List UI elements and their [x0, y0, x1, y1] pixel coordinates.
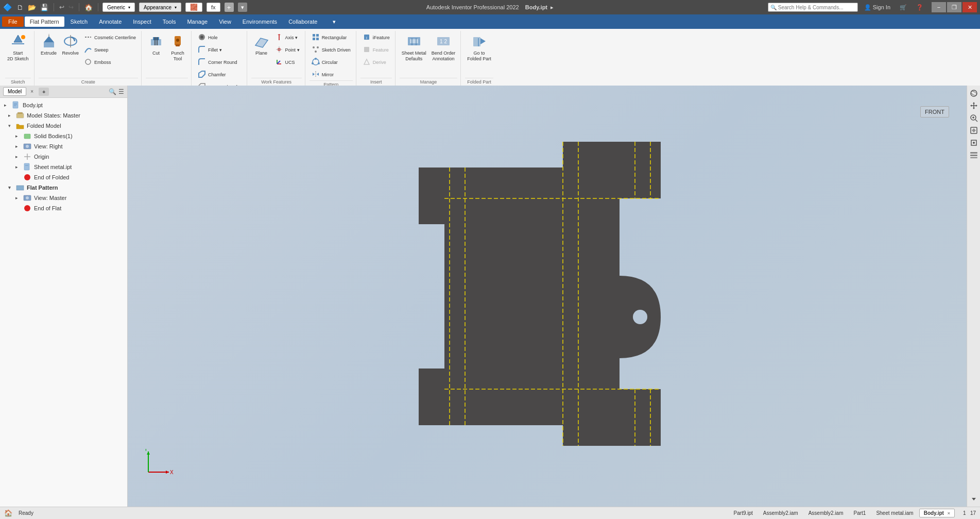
- tree-item-model-states[interactable]: ▸ Model States: Master: [0, 110, 127, 121]
- tab-assembly2-1[interactable]: Assembly2.iam: [759, 509, 803, 517]
- home-icon[interactable]: 🏠: [4, 509, 12, 517]
- user-icon: 👤: [864, 4, 871, 11]
- tab-part1[interactable]: Part1: [849, 509, 870, 517]
- tree-item-view-master[interactable]: ▸ View: Master: [0, 193, 127, 203]
- sign-in-button[interactable]: 👤 Sign In: [861, 3, 893, 12]
- tab-body-ipt[interactable]: Body.ipt ×: [919, 509, 955, 517]
- view-master-icon: [23, 194, 32, 202]
- hole-button[interactable]: Hole: [196, 32, 244, 43]
- svg-rect-112: [970, 157, 977, 158]
- tree-item-end-of-flat[interactable]: End of Flat: [0, 203, 127, 213]
- mirror-button[interactable]: Mirror: [310, 69, 353, 80]
- tools-menu[interactable]: Tools: [158, 16, 181, 27]
- cosmetic-centerline-button[interactable]: Cosmetic Centerline: [82, 32, 138, 43]
- svg-point-34: [313, 46, 315, 48]
- extra-menu[interactable]: ▾: [328, 16, 341, 27]
- customize-button[interactable]: ▾: [238, 3, 247, 12]
- corner-chamfer-button[interactable]: Corner Chamfer: [196, 81, 244, 86]
- chamfer-button[interactable]: Chamfer: [196, 69, 244, 80]
- view-manager-button[interactable]: [968, 149, 979, 161]
- appearance-dropdown[interactable]: Appearance ▾: [139, 3, 181, 12]
- model-tab[interactable]: Model: [3, 87, 26, 96]
- search-sidebar-icon[interactable]: 🔍: [109, 88, 116, 95]
- scroll-down-button[interactable]: [968, 493, 979, 505]
- circular-button[interactable]: Circular: [310, 57, 353, 68]
- extrude-button[interactable]: Extrude: [39, 32, 59, 57]
- file-menu[interactable]: File: [2, 16, 24, 27]
- tab-part9[interactable]: Part9.ipt: [729, 509, 758, 517]
- tree-item-folded-model[interactable]: ▾ Folded Model: [0, 121, 127, 131]
- axis-button[interactable]: Axis ▾: [273, 32, 302, 43]
- inspect-menu[interactable]: Inspect: [128, 16, 156, 27]
- appearance-label: Appearance: [144, 5, 171, 10]
- point-button[interactable]: Point ▾: [273, 44, 302, 56]
- material-icon[interactable]: 🧱: [185, 3, 202, 12]
- tree-item-view-right[interactable]: ▸ View: Right: [0, 141, 127, 152]
- restore-button[interactable]: ❐: [947, 2, 961, 12]
- tree-item-solid-bodies[interactable]: ▸ Solid Bodies(1): [0, 131, 127, 141]
- fx-button[interactable]: fx: [207, 3, 220, 12]
- menu-sidebar-icon[interactable]: ☰: [118, 88, 124, 95]
- undo-button[interactable]: ↩: [58, 3, 65, 12]
- model-states-label: Model States: Master: [27, 112, 80, 119]
- orbit-button[interactable]: [968, 88, 979, 99]
- redo-button[interactable]: ↪: [67, 3, 75, 12]
- minimize-button[interactable]: −: [932, 2, 946, 12]
- svg-marker-23: [278, 34, 281, 35]
- rectangular-button[interactable]: Rectangular: [310, 32, 353, 43]
- plane-button[interactable]: Plane: [251, 32, 272, 57]
- cart-button[interactable]: 🛒: [897, 3, 910, 12]
- help-button[interactable]: ❓: [913, 3, 926, 12]
- flat-pattern-menu[interactable]: Flat Pattern: [25, 16, 64, 27]
- fillet-button[interactable]: Fillet ▾: [196, 44, 244, 56]
- view-faces-button[interactable]: [968, 137, 979, 148]
- tree-item-sheet-metal[interactable]: ▸ Sheet metal.ipt: [0, 162, 127, 172]
- punch-tool-button[interactable]: PunchTool: [167, 32, 188, 63]
- ucs-button[interactable]: UCS: [273, 57, 302, 68]
- sweep-button[interactable]: Sweep: [82, 44, 138, 56]
- tree-item-body-ipt[interactable]: ▸ Body.ipt: [0, 100, 127, 110]
- pan-button[interactable]: [968, 100, 979, 111]
- sheet-metal-defaults-button[interactable]: Sheet MetalDefaults: [400, 32, 428, 63]
- search-input[interactable]: [778, 5, 855, 10]
- right-tools: [967, 86, 980, 507]
- tree-item-origin[interactable]: ▸ Origin: [0, 152, 127, 162]
- emboss-button[interactable]: Emboss: [82, 57, 138, 68]
- sketch-driven-button[interactable]: Sketch Driven: [310, 44, 353, 56]
- close-tab-icon[interactable]: ×: [948, 511, 950, 516]
- open-button[interactable]: 📂: [27, 3, 37, 12]
- fit-button[interactable]: [968, 125, 979, 136]
- tab-sheet-metal[interactable]: Sheet metal.iam: [871, 509, 918, 517]
- ifeature-button[interactable]: i iFeature: [360, 32, 392, 43]
- add-tab-button[interactable]: +: [39, 88, 49, 96]
- revolve-button[interactable]: Revolve: [60, 32, 81, 57]
- search-box[interactable]: 🔍: [768, 3, 858, 12]
- collaborate-menu[interactable]: Collaborate: [283, 16, 322, 27]
- close-button[interactable]: ✕: [962, 2, 977, 12]
- new-button[interactable]: 🗋: [16, 3, 25, 12]
- home-button[interactable]: 🏠: [83, 3, 94, 12]
- bend-order-annotation-button[interactable]: 1 2 Bend OrderAnnotation: [429, 32, 458, 63]
- close-model-tab[interactable]: ×: [28, 89, 36, 94]
- tree-item-flat-pattern[interactable]: ▾ Flat Pattern: [0, 182, 127, 193]
- save-button[interactable]: 💾: [39, 3, 49, 12]
- go-to-folded-part-button[interactable]: Go toFolded Part: [465, 32, 493, 63]
- cutpunch-group-content: Cut PunchTool: [146, 32, 188, 78]
- environments-menu[interactable]: Environments: [237, 16, 282, 27]
- generic-dropdown[interactable]: Generic ▾: [102, 3, 135, 12]
- svg-marker-42: [313, 73, 315, 76]
- sketch-menu[interactable]: Sketch: [65, 16, 93, 27]
- tab-assembly2-2[interactable]: Assembly2.iam: [804, 509, 848, 517]
- corner-round-button[interactable]: Corner Round: [196, 57, 244, 68]
- cut-button[interactable]: Cut: [146, 32, 166, 57]
- window-controls: − ❐ ✕: [932, 2, 977, 12]
- manage-menu[interactable]: Manage: [182, 16, 213, 27]
- ribbon-content: Start2D Sketch Sketch: [0, 29, 980, 86]
- plus-button[interactable]: +: [225, 3, 234, 12]
- view-menu[interactable]: View: [214, 16, 236, 27]
- zoom-button[interactable]: [968, 112, 979, 124]
- tree-item-end-of-folded[interactable]: End of Folded: [0, 172, 127, 182]
- canvas-area[interactable]: FRONT: [128, 86, 967, 507]
- start-2d-sketch-button[interactable]: Start2D Sketch: [5, 32, 31, 63]
- annotate-menu[interactable]: Annotate: [94, 16, 127, 27]
